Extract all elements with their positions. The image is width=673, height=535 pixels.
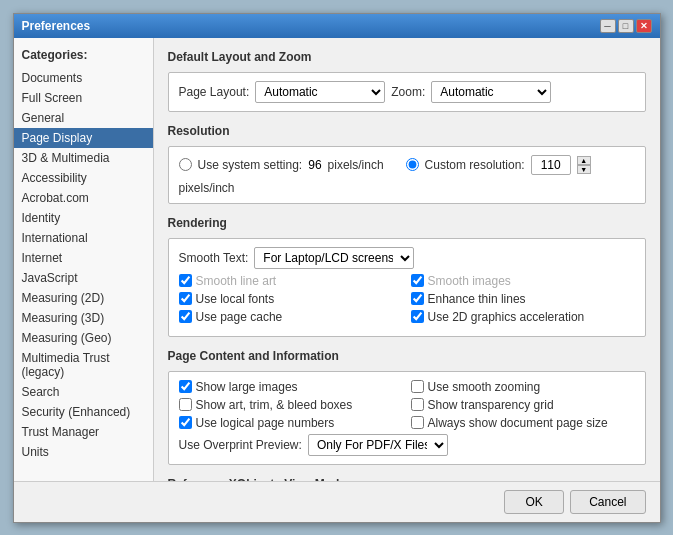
sidebar-item-measuring2d[interactable]: Measuring (2D) [14,288,153,308]
custom-resolution-radio[interactable] [406,158,419,171]
overprint-row: Use Overprint Preview: Only For PDF/X Fi… [179,434,635,456]
use-smooth-zooming-label: Use smooth zooming [428,380,541,394]
default-layout-title: Default Layout and Zoom [168,50,646,64]
sidebar-item-measuringgeo[interactable]: Measuring (Geo) [14,328,153,348]
dialog-body: Categories: Documents Full Screen Genera… [14,38,660,481]
overprint-select[interactable]: Only For PDF/X Files Always Never [308,434,448,456]
smooth-line-art-label: Smooth line art [196,274,277,288]
smooth-line-art-item: Smooth line art [179,274,403,288]
enhance-thin-lines-label: Enhance thin lines [428,292,526,306]
enhance-thin-lines-item: Enhance thin lines [411,292,635,306]
use-logical-page-numbers-label: Use logical page numbers [196,416,335,430]
sidebar-item-3dmultimedia[interactable]: 3D & Multimedia [14,148,153,168]
maximize-button[interactable]: □ [618,19,634,33]
use-local-fonts-label: Use local fonts [196,292,275,306]
sidebar-item-fullscreen[interactable]: Full Screen [14,88,153,108]
custom-resolution-input[interactable] [531,155,571,175]
default-layout-box: Page Layout: Automatic Single Page Conti… [168,72,646,112]
spin-down-button[interactable]: ▼ [577,165,591,174]
use-page-cache-item: Use page cache [179,310,403,324]
sidebar-item-units[interactable]: Units [14,442,153,462]
use-2d-accel-item: Use 2D graphics acceleration [411,310,635,324]
page-layout-label: Page Layout: [179,85,250,99]
sidebar-item-acrobatcom[interactable]: Acrobat.com [14,188,153,208]
always-show-doc-size-label: Always show document page size [428,416,608,430]
preferences-dialog: Preferences ─ □ ✕ Categories: Documents … [13,13,661,523]
rendering-section: Rendering Smooth Text: For Laptop/LCD sc… [168,216,646,337]
smooth-text-row: Smooth Text: For Laptop/LCD screens None… [179,247,635,269]
minimize-button[interactable]: ─ [600,19,616,33]
spin-up-button[interactable]: ▲ [577,156,591,165]
use-page-cache-checkbox[interactable] [179,310,192,323]
use-smooth-zooming-item: Use smooth zooming [411,380,635,394]
sidebar-item-multimediatrust[interactable]: Multimedia Trust (legacy) [14,348,153,382]
sidebar-item-documents[interactable]: Documents [14,68,153,88]
resolution-section: Resolution Use system setting: 96 pixels… [168,124,646,204]
sidebar-item-general[interactable]: General [14,108,153,128]
page-layout-select[interactable]: Automatic Single Page Continuous Facing [255,81,385,103]
show-large-images-item: Show large images [179,380,403,394]
use-smooth-zooming-checkbox[interactable] [411,380,424,393]
page-content-section: Page Content and Information Show large … [168,349,646,465]
smooth-images-item: Smooth images [411,274,635,288]
use-page-cache-label: Use page cache [196,310,283,324]
sidebar-item-international[interactable]: International [14,228,153,248]
system-value: 96 [308,158,321,172]
ok-button[interactable]: OK [504,490,564,514]
pixels-inch-label1: pixels/inch [328,158,384,172]
sidebar-item-security[interactable]: Security (Enhanced) [14,402,153,422]
use-logical-page-numbers-checkbox[interactable] [179,416,192,429]
always-show-doc-size-checkbox[interactable] [411,416,424,429]
show-art-trim-checkbox[interactable] [179,398,192,411]
resolution-row: Use system setting: 96 pixels/inch Custo… [179,155,635,195]
sidebar-item-internet[interactable]: Internet [14,248,153,268]
sidebar-item-identity[interactable]: Identity [14,208,153,228]
resolution-title: Resolution [168,124,646,138]
show-transparency-grid-checkbox[interactable] [411,398,424,411]
sidebar-item-trustmanager[interactable]: Trust Manager [14,422,153,442]
pixels-inch-label2: pixels/inch [179,181,235,195]
sidebar-item-accessibility[interactable]: Accessibility [14,168,153,188]
smooth-text-select[interactable]: For Laptop/LCD screens None For Monitor … [254,247,414,269]
dialog-title: Preferences [22,19,91,33]
enhance-thin-lines-checkbox[interactable] [411,292,424,305]
page-content-title: Page Content and Information [168,349,646,363]
use-local-fonts-checkbox[interactable] [179,292,192,305]
rendering-title: Rendering [168,216,646,230]
rendering-box: Smooth Text: For Laptop/LCD screens None… [168,238,646,337]
page-content-box: Show large images Use smooth zooming Sho… [168,371,646,465]
use-overprint-label: Use Overprint Preview: [179,438,302,452]
show-transparency-grid-label: Show transparency grid [428,398,554,412]
zoom-select[interactable]: Automatic Fit Page Fit Width 100% [431,81,551,103]
use-system-radio[interactable] [179,158,192,171]
dialog-footer: OK Cancel [14,481,660,522]
zoom-label: Zoom: [391,85,425,99]
sidebar-item-pagedisplay[interactable]: Page Display [14,128,153,148]
title-bar-buttons: ─ □ ✕ [600,19,652,33]
close-button[interactable]: ✕ [636,19,652,33]
use-system-label: Use system setting: [198,158,303,172]
title-bar: Preferences ─ □ ✕ [14,14,660,38]
page-content-checkboxes: Show large images Use smooth zooming Sho… [179,380,635,430]
custom-label: Custom resolution: [425,158,525,172]
show-large-images-label: Show large images [196,380,298,394]
use-logical-page-numbers-item: Use logical page numbers [179,416,403,430]
smooth-line-art-checkbox[interactable] [179,274,192,287]
show-large-images-checkbox[interactable] [179,380,192,393]
categories-label: Categories: [14,46,153,68]
show-art-trim-item: Show art, trim, & bleed boxes [179,398,403,412]
rendering-checkboxes-top: Smooth line art Smooth images Use local … [179,274,635,324]
layout-zoom-row: Page Layout: Automatic Single Page Conti… [179,81,635,103]
use-2d-accel-checkbox[interactable] [411,310,424,323]
smooth-images-checkbox[interactable] [411,274,424,287]
show-art-trim-label: Show art, trim, & bleed boxes [196,398,353,412]
cancel-button[interactable]: Cancel [570,490,645,514]
sidebar-item-javascript[interactable]: JavaScript [14,268,153,288]
sidebar-item-search[interactable]: Search [14,382,153,402]
use-2d-accel-label: Use 2D graphics acceleration [428,310,585,324]
resolution-box: Use system setting: 96 pixels/inch Custo… [168,146,646,204]
main-content: Default Layout and Zoom Page Layout: Aut… [154,38,660,481]
use-local-fonts-item: Use local fonts [179,292,403,306]
sidebar-item-measuring3d[interactable]: Measuring (3D) [14,308,153,328]
always-show-doc-size-item: Always show document page size [411,416,635,430]
